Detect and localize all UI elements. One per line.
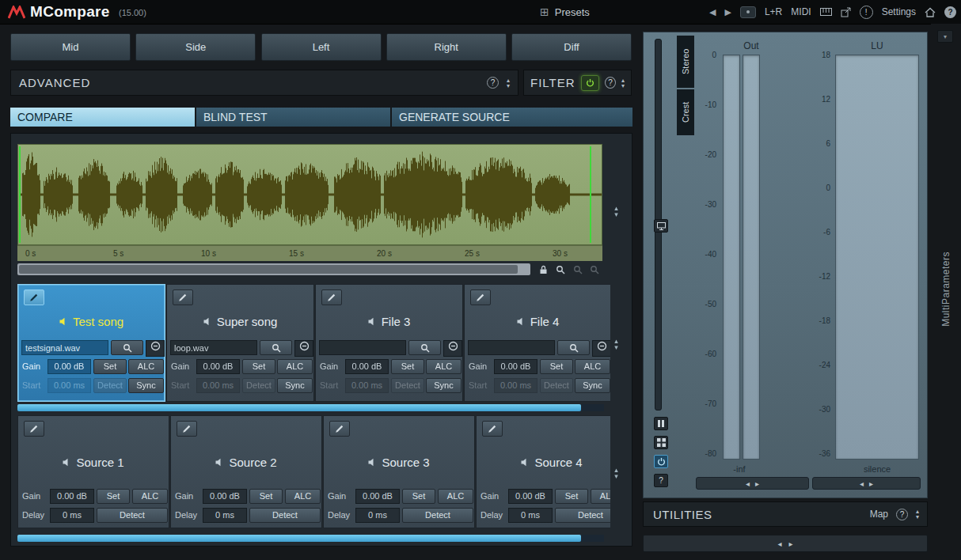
map-button[interactable]: Map [870, 509, 888, 520]
edit-name-icon[interactable] [173, 289, 193, 305]
midi-button[interactable]: MIDI [791, 6, 811, 17]
delay-value[interactable]: 0 ms [50, 508, 94, 523]
filename-input[interactable] [21, 340, 108, 355]
scroll-left-icon[interactable]: ◂ [777, 539, 781, 548]
remove-file-icon[interactable] [294, 340, 313, 357]
utilities-collapse-icon[interactable]: ▴▾ [916, 509, 919, 520]
browse-file-icon[interactable] [111, 340, 143, 355]
source-slot-4[interactable]: Source 4 Gain 0.00 dB Set ALC Delay 0 ms… [476, 415, 610, 528]
source-slots-scrollbar[interactable] [17, 535, 604, 542]
utilities-section-header[interactable]: UTILITIES Map ? ▴▾ [643, 501, 928, 527]
previous-preset-icon[interactable]: ◀ [709, 7, 716, 17]
tab-blind-test[interactable]: BLIND TEST [196, 108, 390, 127]
set-button[interactable]: Set [249, 489, 283, 504]
source-slots-scroll-thumb[interactable] [17, 535, 581, 542]
advanced-help-icon[interactable]: ? [487, 77, 499, 89]
file-slots-scroll-thumb[interactable] [17, 404, 581, 411]
detect-button[interactable]: Detect [555, 508, 610, 523]
source-slot-2[interactable]: Source 2 Gain 0.00 dB Set ALC Delay 0 ms… [170, 415, 322, 528]
tab-generate-source[interactable]: GENERATE SOURCE [392, 108, 632, 127]
alc-button[interactable]: ALC [277, 359, 313, 374]
set-button[interactable]: Set [391, 359, 424, 374]
meter-display-icon[interactable] [654, 219, 668, 233]
undock-icon[interactable] [841, 7, 851, 17]
set-button[interactable]: Set [402, 489, 435, 504]
delay-value[interactable]: 0 ms [508, 508, 553, 523]
waveform-scroll-thumb[interactable] [19, 265, 518, 274]
pause-icon[interactable] [654, 417, 668, 430]
zoom-out-icon[interactable] [588, 264, 601, 275]
utilities-help-icon[interactable]: ? [896, 509, 908, 520]
home-icon[interactable] [925, 7, 936, 17]
grid-layout-icon[interactable] [654, 436, 668, 449]
waveform-scroll-track[interactable] [17, 263, 530, 275]
zoom-in-icon[interactable] [572, 264, 584, 275]
remove-file-icon[interactable] [443, 340, 462, 357]
edit-name-icon[interactable] [470, 289, 491, 305]
browse-file-icon[interactable] [557, 340, 590, 355]
gain-value[interactable]: 0.00 dB [494, 359, 537, 374]
filter-section-header[interactable]: FILTER ? ▴▾ [523, 70, 632, 96]
source-slot-3[interactable]: Source 3 Gain 0.00 dB Set ALC Delay 0 ms… [323, 415, 475, 528]
set-button[interactable]: Set [93, 359, 127, 374]
channel-left-button[interactable]: Left [261, 33, 382, 61]
set-button[interactable]: Set [97, 489, 130, 504]
advanced-section-header[interactable]: ADVANCED ? ▴▾ [10, 70, 518, 96]
filename-input[interactable] [170, 340, 257, 355]
gain-value[interactable]: 0.00 dB [355, 489, 400, 504]
gain-value[interactable]: 0.00 dB [50, 489, 94, 504]
alc-button[interactable]: ALC [438, 489, 473, 504]
sync-button[interactable]: Sync [426, 378, 462, 393]
out-meter-scrollbar[interactable]: ◂▸ [696, 477, 809, 490]
detect-button[interactable]: Detect [402, 508, 473, 523]
alc-button[interactable]: ALC [132, 489, 168, 504]
filename-input[interactable] [319, 340, 406, 355]
file-slot-4[interactable]: File 4 Gain 0.00 dB Set ALC Start 0.00 m… [464, 284, 610, 402]
channel-side-button[interactable]: Side [135, 33, 256, 61]
meter-help-icon[interactable]: ? [654, 474, 668, 487]
sync-button[interactable]: Sync [128, 378, 164, 393]
waveform-canvas[interactable] [20, 146, 602, 244]
help-icon[interactable]: ? [944, 6, 956, 18]
gain-value[interactable]: 0.00 dB [345, 359, 389, 374]
file-slot-3[interactable]: File 3 Gain 0.00 dB Set ALC Start 0.00 m… [315, 284, 463, 402]
alc-button[interactable]: ALC [575, 359, 610, 374]
info-icon[interactable]: ! [860, 6, 873, 19]
detect-button[interactable]: Detect [97, 508, 168, 523]
meter-power-icon[interactable] [654, 455, 668, 468]
file-slots-scrollbar[interactable] [17, 404, 604, 411]
channel-diff-button[interactable]: Diff [511, 33, 632, 61]
loop-start-marker[interactable] [19, 146, 21, 243]
gain-value[interactable]: 0.00 dB [508, 489, 553, 504]
multiparameters-strip[interactable]: ▾ MultiParameters [931, 24, 961, 560]
alc-button[interactable]: ALC [128, 359, 164, 374]
channel-mid-button[interactable]: Mid [10, 33, 131, 61]
waveform-resize-grip[interactable]: ▴▾ [606, 144, 626, 278]
waveform-display[interactable] [17, 144, 602, 245]
tab-compare[interactable]: COMPARE [10, 108, 195, 127]
detect-button[interactable]: Detect [249, 508, 321, 523]
filter-power-icon[interactable] [581, 75, 600, 91]
edit-name-icon[interactable] [329, 421, 350, 437]
sync-button[interactable]: Sync [277, 378, 313, 393]
edit-name-icon[interactable] [321, 289, 342, 305]
loop-end-marker[interactable] [590, 146, 591, 243]
expand-multiparameters-icon[interactable]: ▾ [937, 30, 953, 43]
browse-file-icon[interactable] [408, 340, 441, 355]
lock-icon[interactable] [537, 264, 549, 275]
presets-button[interactable]: ⊞ Presets [540, 0, 590, 24]
gain-value[interactable]: 0.00 dB [203, 489, 247, 504]
file-slot-test-song[interactable]: Test song Gain 0.00 dB Set ALC Start 0.0… [17, 284, 165, 402]
channel-right-button[interactable]: Right [386, 33, 507, 61]
settings-button[interactable]: Settings [882, 6, 916, 17]
sync-button[interactable]: Sync [575, 378, 610, 393]
file-slots-resize-grip[interactable]: ▴▾ [606, 284, 626, 403]
delay-value[interactable]: 0 ms [355, 508, 400, 523]
next-preset-icon[interactable]: ▶ [724, 7, 731, 17]
filter-collapse-icon[interactable]: ▴▾ [621, 78, 625, 89]
alc-button[interactable]: ALC [426, 359, 462, 374]
set-button[interactable]: Set [540, 359, 573, 374]
channel-mode-button[interactable]: L+R [765, 6, 782, 17]
edit-name-icon[interactable] [24, 421, 44, 437]
alc-button[interactable]: ALC [285, 489, 321, 504]
